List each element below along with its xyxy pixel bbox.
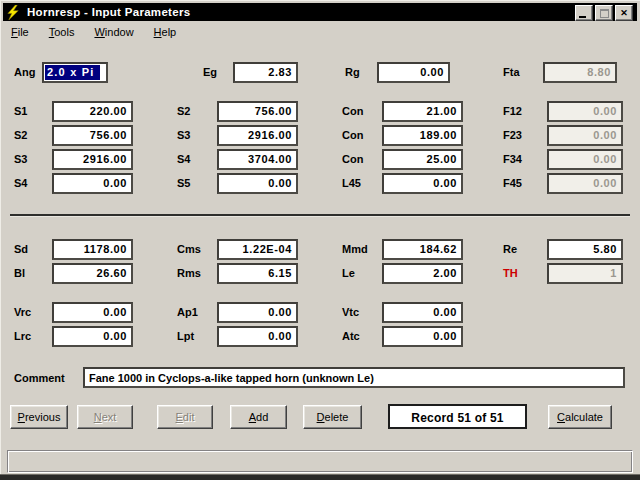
atc-label: Atc (342, 330, 360, 342)
param-row-4: S3 2916.00 S4 3704.00 Con 25.00 F34 0.00 (0, 149, 640, 170)
con12-field[interactable]: 21.00 (382, 101, 463, 122)
sd-label: Sd (14, 243, 28, 255)
le-field[interactable]: 2.00 (382, 263, 463, 284)
lpt-label: Lpt (177, 330, 194, 342)
re-label: Re (503, 243, 517, 255)
ang-label: Ang (14, 66, 35, 78)
s1-field[interactable]: 220.00 (52, 101, 133, 122)
minimize-button[interactable] (575, 5, 593, 21)
f12-label: F12 (503, 105, 522, 117)
separator-line (10, 214, 630, 217)
ap1-field[interactable]: 0.00 (217, 302, 298, 323)
atc-field[interactable]: 0.00 (382, 326, 463, 347)
f12-field: 0.00 (547, 101, 623, 122)
window-border-bottom (0, 474, 640, 480)
con34-label: Con (342, 153, 363, 165)
param-row-2: S1 220.00 S2 756.00 Con 21.00 F12 0.00 (0, 101, 640, 122)
close-icon: ✕ (620, 9, 628, 18)
param-row-1: Ang 2.0 x Pi Eg 2.83 Rg 0.00 Fta 8.80 (0, 62, 640, 83)
lrc-label: Lrc (14, 330, 31, 342)
s4b-label: S4 (14, 177, 27, 189)
s3-field[interactable]: 2916.00 (217, 125, 298, 146)
f45-field: 0.00 (547, 173, 623, 194)
menu-window[interactable]: Window (91, 24, 136, 40)
s3b-field[interactable]: 2916.00 (52, 149, 133, 170)
fta-field: 8.80 (543, 62, 617, 83)
menu-file[interactable]: File (8, 24, 32, 40)
re-field[interactable]: 5.80 (547, 239, 623, 260)
s3b-label: S3 (14, 153, 27, 165)
lightning-bolt-icon (6, 5, 21, 20)
s2-label: S2 (177, 105, 190, 117)
record-counter: Record 51 of 51 (388, 404, 527, 429)
param-row-5: S4 0.00 S5 0.00 L45 0.00 F45 0.00 (0, 173, 640, 194)
f23-field: 0.00 (547, 125, 623, 146)
lpt-field[interactable]: 0.00 (217, 326, 298, 347)
window-title: Hornresp - Input Parameters (27, 6, 190, 18)
cms-label: Cms (177, 243, 201, 255)
rms-field[interactable]: 6.15 (217, 263, 298, 284)
previous-button[interactable]: Previous (10, 405, 68, 429)
s4-field[interactable]: 3704.00 (217, 149, 298, 170)
vrc-label: Vrc (14, 306, 31, 318)
calculate-button[interactable]: Calculate (548, 405, 612, 429)
sd-field[interactable]: 1178.00 (52, 239, 133, 260)
next-button: Next (77, 405, 133, 429)
comment-input[interactable]: Fane 1000 in Cyclops-a-like tapped horn … (83, 367, 625, 388)
param-row-7: Bl 26.60 Rms 6.15 Le 2.00 TH 1 (0, 263, 640, 284)
mmd-field[interactable]: 184.62 (382, 239, 463, 260)
minimize-icon (579, 16, 586, 18)
cms-field[interactable]: 1.22E-04 (217, 239, 298, 260)
vtc-field[interactable]: 0.00 (382, 302, 463, 323)
param-row-8: Vrc 0.00 Ap1 0.00 Vtc 0.00 (0, 302, 640, 323)
vtc-label: Vtc (342, 306, 359, 318)
status-frame (7, 450, 633, 473)
l45-label: L45 (342, 177, 361, 189)
th-field: 1 (547, 263, 623, 284)
con34-field[interactable]: 25.00 (382, 149, 463, 170)
l45-field[interactable]: 0.00 (382, 173, 463, 194)
s5-label: S5 (177, 177, 190, 189)
rms-label: Rms (177, 267, 201, 279)
s2-field[interactable]: 756.00 (217, 101, 298, 122)
maximize-button (595, 5, 613, 21)
con12-label: Con (342, 105, 363, 117)
th-label: TH (503, 267, 518, 279)
s2b-label: S2 (14, 129, 27, 141)
rg-label: Rg (345, 66, 360, 78)
eg-label: Eg (203, 66, 217, 78)
vrc-field[interactable]: 0.00 (52, 302, 133, 323)
comment-label: Comment (14, 372, 65, 384)
ang-field[interactable]: 2.0 x Pi (42, 62, 108, 83)
bl-field[interactable]: 26.60 (52, 263, 133, 284)
s4b-field[interactable]: 0.00 (52, 173, 133, 194)
s2b-field[interactable]: 756.00 (52, 125, 133, 146)
s3-label: S3 (177, 129, 190, 141)
param-row-6: Sd 1178.00 Cms 1.22E-04 Mmd 184.62 Re 5.… (0, 239, 640, 260)
delete-button[interactable]: Delete (303, 405, 362, 429)
add-button[interactable]: Add (230, 405, 287, 429)
lrc-field[interactable]: 0.00 (52, 326, 133, 347)
s4-label: S4 (177, 153, 190, 165)
con23-field[interactable]: 189.00 (382, 125, 463, 146)
rg-field[interactable]: 0.00 (377, 62, 450, 83)
ap1-label: Ap1 (177, 306, 198, 318)
eg-field[interactable]: 2.83 (233, 62, 298, 83)
menu-tools[interactable]: Tools (46, 24, 78, 40)
close-button[interactable]: ✕ (615, 5, 633, 21)
menu-bar: File Tools Window Help (3, 22, 640, 41)
ang-selected-text: 2.0 x Pi (45, 65, 100, 80)
f45-label: F45 (503, 177, 522, 189)
le-label: Le (342, 267, 355, 279)
f34-label: F34 (503, 153, 522, 165)
hornresp-window: Hornresp - Input Parameters ✕ File Tools… (0, 0, 640, 480)
bl-label: Bl (14, 267, 25, 279)
edit-button: Edit (157, 405, 213, 429)
mmd-label: Mmd (342, 243, 368, 255)
s5-field[interactable]: 0.00 (217, 173, 298, 194)
con23-label: Con (342, 129, 363, 141)
f34-field: 0.00 (547, 149, 623, 170)
s1-label: S1 (14, 105, 27, 117)
menu-help[interactable]: Help (151, 24, 180, 40)
param-row-3: S2 756.00 S3 2916.00 Con 189.00 F23 0.00 (0, 125, 640, 146)
